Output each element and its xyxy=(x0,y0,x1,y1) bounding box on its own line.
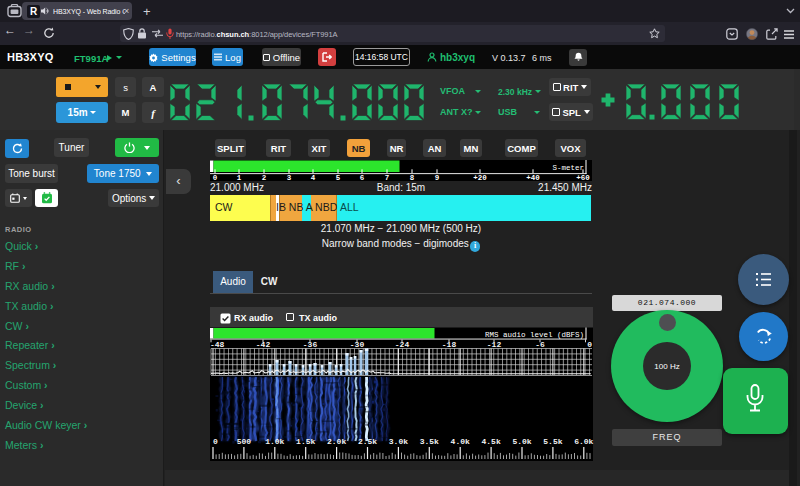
svg-text:0: 0 xyxy=(587,340,592,349)
svg-text:-48: -48 xyxy=(210,340,225,349)
svg-text:3.0k: 3.0k xyxy=(389,437,408,446)
svg-text:1.0k: 1.0k xyxy=(265,437,284,446)
svg-text:3.5k: 3.5k xyxy=(420,437,439,446)
svg-text:5.5k: 5.5k xyxy=(543,437,562,446)
svg-text:4.5k: 4.5k xyxy=(481,437,500,446)
svg-text:1.5k: 1.5k xyxy=(296,437,315,446)
svg-text:6.0k: 6.0k xyxy=(574,437,593,446)
svg-text:2.5k: 2.5k xyxy=(358,437,377,446)
svg-text:0: 0 xyxy=(213,437,218,446)
svg-text:5.0k: 5.0k xyxy=(512,437,531,446)
svg-text:4.0k: 4.0k xyxy=(451,437,470,446)
svg-text:500: 500 xyxy=(237,437,252,446)
svg-text:RMS audio level (dBFS): RMS audio level (dBFS) xyxy=(485,331,584,339)
svg-text:2.0k: 2.0k xyxy=(327,437,346,446)
